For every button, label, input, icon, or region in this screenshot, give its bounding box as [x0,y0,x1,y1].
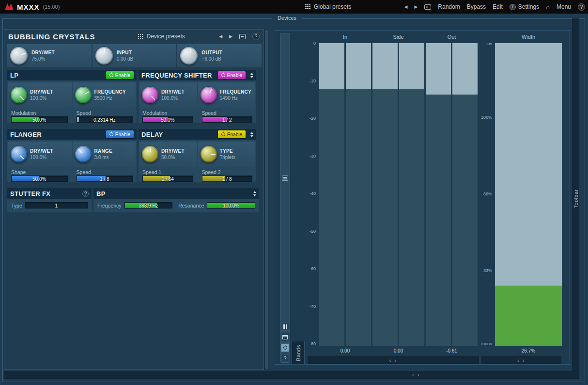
speed-slider[interactable]: 0.2314 Hz [77,116,133,123]
knob-label: DRY/WET [161,89,185,95]
knob-group[interactable]: RANGE 3.0 ms [73,142,136,167]
enable-button[interactable]: Enable [106,71,134,79]
knob-group[interactable]: DRY/WET 50.0% [139,142,197,167]
db-scale-label: -10 [294,79,316,83]
frequency-slider[interactable]: 363.9 Hz [124,202,173,209]
tab-devices[interactable]: Devices [272,15,302,21]
knob-group[interactable]: FREQUENCY 1490 Hz [198,82,256,108]
help-button[interactable]: ? [578,3,585,11]
knob-group[interactable]: FREQUENCY 3500 Hz [73,82,136,108]
shape-slider[interactable]: 50.0% [11,176,68,182]
app-version: (15.00) [43,4,60,10]
param-label: Speed [77,169,133,176]
tab-toolbar[interactable]: Toolbar [572,18,579,379]
bottom-scrollbar[interactable]: ‹ › [4,371,579,379]
param-label: Resonance [178,203,204,209]
frequency-knob[interactable] [201,87,217,103]
module-stutter-fx: STUTTER FX ? Type 1 [7,188,92,212]
dry-wet-knob[interactable] [10,47,28,64]
resonance-slider[interactable]: 100.0% [207,202,255,209]
scrollbar-thumb[interactable] [265,30,268,369]
knob-group[interactable]: DRY/WET 100.0% [8,82,72,108]
home-icon[interactable]: ⌂ [546,3,550,11]
knob-value: 100.0% [30,155,53,160]
settings-label: Settings [518,3,539,10]
enable-button[interactable]: Enable [106,130,134,138]
module-help-button[interactable]: ? [82,191,89,197]
module-flanger: FLANGER Enable DRY/WET 100.0% [7,129,137,182]
device-next-button[interactable]: ▶ [229,34,232,39]
preset-image-icon[interactable] [424,4,431,10]
width-scrollbar[interactable]: ‹ › [481,356,561,364]
type-slider[interactable]: 1 [25,202,88,209]
knob-group[interactable]: TYPE Triplets [198,142,256,167]
speed-slider[interactable]: 1 / 8 [77,176,133,182]
preset-next-button[interactable]: ▶ [414,4,418,9]
level-meter-bar [426,43,451,346]
enable-button[interactable]: Enable [218,130,246,138]
bypass-button[interactable]: Bypass [467,3,486,10]
edit-button[interactable]: Edit [493,3,503,10]
menu-button[interactable]: Menu [557,3,571,10]
knob-label: TYPE [220,148,235,154]
modulation-slider[interactable]: 50.0% [142,116,193,123]
module-stepper[interactable] [253,191,256,196]
module-title: DELAY [141,131,163,138]
speed-slider[interactable]: 1 / 2 [202,116,253,123]
knob-label: FREQUENCY [220,89,251,95]
slider-value: 50.0% [143,117,193,122]
master-dry-wet-knob-group[interactable]: DRY/WET 75.0% [7,44,92,67]
device-save-icon[interactable] [239,34,246,39]
module-stepper[interactable] [250,132,253,137]
knob-label: DRY/WET [30,148,53,154]
module-frequency-shifter: FREQUENCY SHIFTER Enable DRY/WET 100.0% [139,70,256,123]
input-knob-group[interactable]: INPUT 0.00 dB [93,44,177,67]
enable-label: Enable [227,132,242,137]
module-stepper[interactable] [250,73,253,78]
output-knob[interactable] [180,47,198,64]
dry-wet-knob[interactable] [142,146,158,162]
device-panel: BUBBLING CRYSTALS Device presets ◀ ▶ ? [4,29,264,370]
output-knob-group[interactable]: OUTPUT +6.00 dB [177,44,262,67]
meter-value: 0.00 [319,348,371,353]
meter-scrollbar[interactable]: ‹ › [308,356,479,364]
param-label: Modulation [11,110,68,116]
module-delay: DELAY Enable DRY/WET 50.0% [139,129,256,182]
frequency-knob[interactable] [75,87,92,103]
power-icon [221,132,225,136]
meter-value: 0.00 [372,348,424,353]
device-presets-button[interactable]: Device presets [138,33,185,40]
power-icon [109,73,113,77]
db-scale-label: -70 [294,304,316,309]
preset-prev-button[interactable]: ◀ [404,4,408,9]
dry-wet-knob[interactable] [11,87,27,103]
scrollbar-arrows-icon[interactable]: ‹ › [517,358,525,363]
slider-value: 1 [26,203,87,208]
knob-value: 100.0% [161,96,185,101]
device-help-button[interactable]: ? [252,33,260,40]
knob-label: DRY/WET [30,89,53,95]
scrollbar-arrows-icon[interactable]: ‹ › [412,372,420,377]
settings-button[interactable]: Settings [510,3,539,10]
enable-button[interactable]: Enable [218,71,246,79]
random-button[interactable]: Random [438,3,460,10]
input-knob[interactable] [95,47,113,64]
knob-group[interactable]: DRY/WET 100.0% [139,82,197,108]
dry-wet-knob[interactable] [11,146,27,162]
knob-label: INPUT [117,50,133,55]
type-knob[interactable] [201,146,217,162]
speed2-slider[interactable]: 1 / 8 [202,176,253,182]
toolbar-tab-label: Toolbar [573,189,579,209]
module-header: FLANGER Enable [7,129,137,140]
modulation-slider[interactable]: 50.0% [11,116,68,123]
device-title: BUBBLING CRYSTALS [8,32,95,41]
scrollbar-arrows-icon[interactable]: ‹ › [389,358,397,363]
device-panel-scrollbar[interactable] [264,29,268,370]
db-scale-label: -50 [294,229,316,234]
range-knob[interactable] [75,146,92,162]
knob-group[interactable]: DRY/WET 100.0% [8,142,72,167]
dry-wet-knob[interactable] [142,87,158,103]
device-prev-button[interactable]: ◀ [219,34,222,39]
speed1-slider[interactable]: 1 / 64 [142,176,193,182]
global-presets-button[interactable]: Global presets [314,3,351,10]
